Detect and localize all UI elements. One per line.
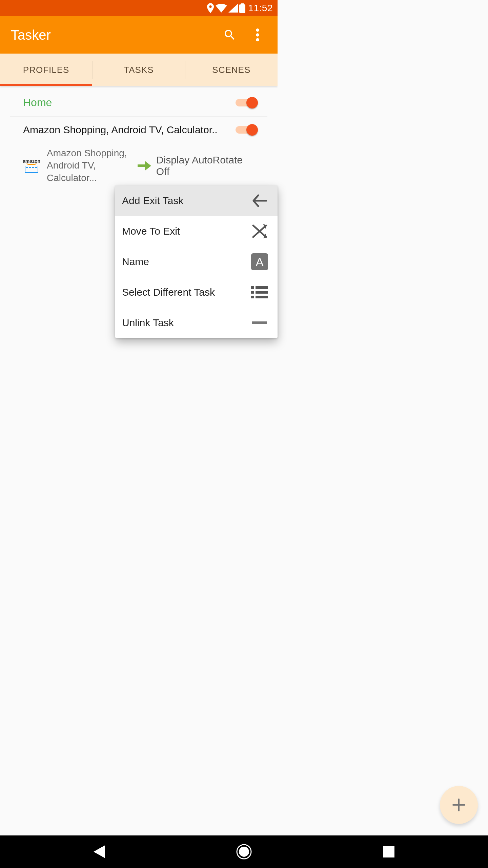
profile-row-home[interactable]: Home (10, 89, 267, 117)
menu-item-add-exit-task[interactable]: Add Exit Task (115, 185, 278, 216)
toggle-home[interactable] (236, 97, 257, 108)
more-vert-icon (256, 28, 259, 41)
toggle-thumb (246, 124, 258, 136)
amazon-app-icon: amazon (23, 156, 40, 175)
profile-title: Amazon Shopping, Android TV, Calculator.… (23, 124, 236, 136)
tab-scenes[interactable]: SCENES (185, 54, 278, 86)
tab-tasks[interactable]: TASKS (93, 54, 185, 86)
tab-bar: PROFILES TASKS SCENES (0, 54, 278, 86)
battery-icon (239, 3, 245, 13)
svg-point-2 (256, 38, 259, 42)
overflow-menu-button[interactable] (248, 25, 267, 45)
wifi-icon (216, 4, 227, 13)
tab-label: SCENES (212, 65, 250, 75)
svg-point-0 (256, 28, 259, 32)
tab-label: TASKS (124, 65, 154, 75)
status-icons (207, 3, 245, 13)
menu-item-move-to-exit[interactable]: Move To Exit (115, 216, 278, 246)
menu-item-name[interactable]: Name A (115, 246, 278, 277)
svg-rect-9 (251, 296, 254, 298)
list-icon (251, 285, 268, 299)
menu-item-label: Select Different Task (122, 287, 251, 298)
svg-rect-5 (251, 286, 254, 289)
menu-item-label: Name (122, 256, 251, 268)
menu-item-label: Move To Exit (122, 225, 251, 237)
entry-arrow-icon (134, 160, 154, 171)
search-button[interactable] (220, 25, 240, 45)
svg-rect-6 (256, 286, 268, 289)
minus-icon (251, 321, 268, 324)
signal-icon (228, 4, 238, 13)
shuffle-icon (251, 224, 268, 238)
location-icon (207, 3, 214, 13)
menu-item-select-different-task[interactable]: Select Different Task (115, 277, 278, 308)
task-name-label: Display AutoRotate Off (156, 154, 257, 177)
status-bar: 11:52 (0, 0, 278, 16)
tab-label: PROFILES (23, 65, 69, 75)
profile-row-amazon[interactable]: Amazon Shopping, Android TV, Calculator.… (10, 117, 267, 143)
app-title: Tasker (11, 27, 212, 43)
profile-title: Home (23, 96, 236, 109)
tab-profiles[interactable]: PROFILES (0, 54, 92, 86)
search-icon (223, 28, 237, 42)
app-bar: Tasker (0, 16, 278, 54)
menu-item-label: Add Exit Task (122, 195, 251, 206)
svg-point-1 (256, 33, 259, 37)
svg-rect-11 (252, 321, 267, 324)
status-time: 11:52 (248, 3, 273, 14)
svg-rect-7 (251, 291, 254, 294)
svg-rect-8 (256, 291, 268, 294)
letter-a-icon: A (251, 253, 268, 270)
menu-item-unlink-task[interactable]: Unlink Task (115, 308, 278, 338)
arrow-left-icon (251, 194, 268, 208)
toggle-amazon[interactable] (236, 124, 257, 136)
svg-rect-10 (256, 296, 268, 298)
context-label: Amazon Shopping, Android TV, Calculator.… (47, 147, 132, 184)
context-menu: Add Exit Task Move To Exit Name A Select… (115, 185, 278, 338)
profile-detail-row[interactable]: amazon Amazon Shopping, Android TV, Calc… (10, 143, 267, 191)
content-area: Home Amazon Shopping, Android TV, Calcul… (0, 89, 278, 191)
menu-item-label: Unlink Task (122, 317, 251, 329)
toggle-thumb (246, 97, 258, 108)
